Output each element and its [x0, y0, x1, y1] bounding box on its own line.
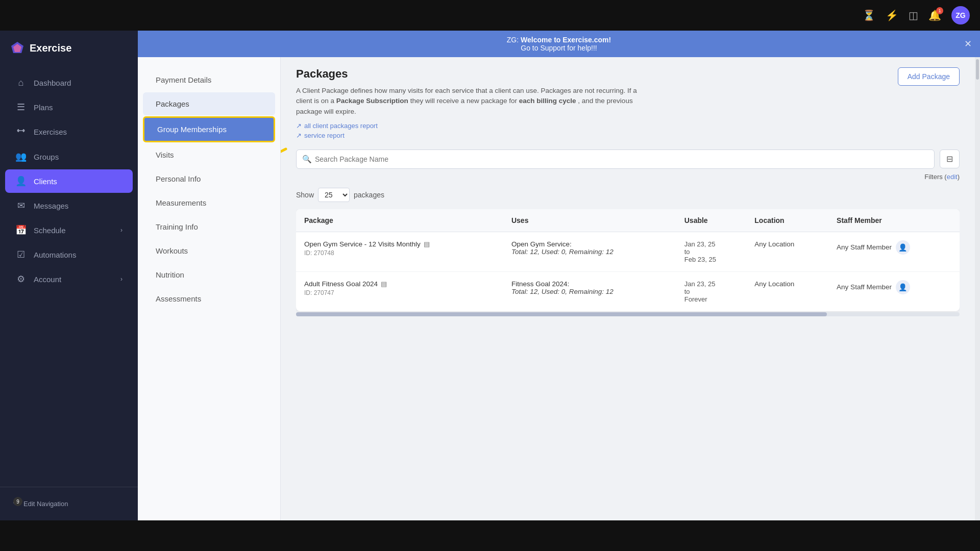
edit-nav-badge-wrapper: ✎ 9: [13, 500, 18, 508]
sidebar-label-plans: Plans: [34, 103, 53, 112]
sidebar-nav: ⌂ Dashboard ☰ Plans Exercises 👥: [0, 65, 138, 487]
packages-table: Package Uses Usable Location Staff Membe…: [296, 209, 960, 311]
search-input[interactable]: [296, 149, 935, 169]
sidebar-item-groups[interactable]: 👥 Groups: [5, 145, 133, 168]
sub-sidebar-assessments[interactable]: Assessments: [143, 287, 275, 310]
pkg-icon-1: ▤: [424, 240, 430, 248]
schedule-arrow-icon: ›: [120, 227, 122, 234]
home-icon: ⌂: [15, 78, 27, 88]
show-row: Show 25 10 50 100 packages: [296, 188, 960, 202]
add-package-button[interactable]: Add Package: [898, 67, 960, 86]
sidebar-label-exercises: Exercises: [34, 128, 67, 136]
sidebar-item-account[interactable]: ⚙ Account ›: [5, 267, 133, 291]
sub-sidebar-personal-info[interactable]: Personal Info: [143, 167, 275, 190]
service-report-link[interactable]: ↗ service report: [296, 132, 653, 139]
edit-navigation-button[interactable]: ✎ 9 Edit Navigation: [5, 495, 133, 513]
staff-cell-1: Any Staff Member 👤: [828, 232, 960, 271]
sidebar-item-schedule[interactable]: 📅 Schedule ›: [5, 218, 133, 242]
grid-icon[interactable]: ◫: [909, 9, 918, 21]
table-scroll-wrapper: Package Uses Usable Location Staff Membe…: [296, 209, 960, 316]
pkg-cell-2: Adult Fitness Goal 2024 ▤ ID: 270747: [296, 271, 503, 311]
pkg-cell-1: Open Gym Service - 12 Visits Monthly ▤ I…: [296, 232, 503, 271]
search-icon: 🔍: [302, 155, 312, 164]
account-arrow-icon: ›: [120, 276, 122, 283]
sub-sidebar-nutrition[interactable]: Nutrition: [143, 263, 275, 286]
sidebar-item-dashboard[interactable]: ⌂ Dashboard: [5, 71, 133, 94]
sidebar-item-clients[interactable]: 👤 Clients: [5, 169, 133, 193]
search-wrapper: 🔍: [296, 149, 935, 169]
uses-detail-1: Total: 12, Used: 0, Remaining: 12: [511, 248, 668, 256]
usable-cell-2: Jan 23, 25 to Forever: [676, 271, 747, 311]
groups-icon: 👥: [15, 151, 27, 162]
panel-links: ↗ all client packages report ↗ service r…: [296, 122, 653, 139]
sub-sidebar-payment-details[interactable]: Payment Details: [143, 68, 275, 91]
sidebar-label-account: Account: [34, 275, 61, 284]
col-location: Location: [746, 209, 828, 232]
filter-button[interactable]: ⊟: [940, 149, 960, 168]
sidebar-label-messages: Messages: [34, 202, 68, 210]
uses-service-1: Open Gym Service:: [511, 240, 668, 248]
col-staff: Staff Member: [828, 209, 960, 232]
pkg-name-1: Open Gym Service - 12 Visits Monthly ▤: [304, 240, 495, 248]
filters-row: Filters (edit): [296, 173, 960, 181]
sub-sidebar-group-memberships[interactable]: Group Memberships: [143, 116, 275, 142]
filter-icon: ⊟: [946, 155, 953, 163]
notification-badge: 1: [936, 7, 943, 14]
date-range-1: Jan 23, 25 to Feb 23, 25: [684, 240, 739, 263]
lightning-icon[interactable]: ⚡: [886, 9, 898, 21]
sidebar-item-messages[interactable]: ✉ Messages: [5, 194, 133, 217]
sidebar-label-clients: Clients: [34, 177, 57, 186]
vertical-scrollbar[interactable]: [975, 57, 980, 520]
banner-close-button[interactable]: ✕: [964, 38, 972, 49]
sidebar-label-groups: Groups: [34, 153, 59, 161]
history-icon[interactable]: ⏳: [863, 9, 875, 21]
sub-sidebar-workouts[interactable]: Workouts: [143, 239, 275, 262]
sidebar-item-automations[interactable]: ☑ Automations: [5, 243, 133, 266]
sub-sidebar-packages[interactable]: Packages: [143, 92, 275, 115]
topbar-icons: ⏳ ⚡ ◫ 🔔 1 ZG: [863, 6, 970, 24]
sidebar-item-plans[interactable]: ☰ Plans: [5, 95, 133, 119]
panel-description: A Client Package defines how many visits…: [296, 86, 653, 117]
edit-nav-label: Edit Navigation: [23, 500, 68, 508]
show-count-select[interactable]: 25 10 50 100: [318, 188, 350, 202]
table-scrollbar[interactable]: [296, 312, 960, 316]
messages-icon: ✉: [15, 200, 27, 211]
sub-sidebar-visits[interactable]: Visits: [143, 143, 275, 166]
sub-sidebar-training-info[interactable]: Training Info: [143, 215, 275, 238]
main-area: Exercise ⌂ Dashboard ☰ Plans Exerci: [0, 31, 980, 520]
account-icon: ⚙: [15, 273, 27, 285]
sub-sidebar: Payment Details Packages Group Membershi…: [138, 57, 281, 520]
sidebar-item-exercises[interactable]: Exercises: [5, 120, 133, 144]
usable-cell-1: Jan 23, 25 to Feb 23, 25: [676, 232, 747, 271]
main-panel: Packages A Client Package defines how ma…: [281, 57, 975, 520]
all-packages-link[interactable]: ↗ all client packages report: [296, 122, 653, 130]
desc-bold1: Package Subscription: [336, 97, 408, 105]
external-link-icon-2: ↗: [296, 132, 302, 139]
location-cell-1: Any Location: [746, 232, 828, 271]
sidebar-logo: Exercise: [0, 31, 138, 65]
uses-service-2: Fitness Goal 2024:: [511, 280, 668, 288]
col-usable: Usable: [676, 209, 747, 232]
avatar[interactable]: ZG: [951, 6, 970, 24]
announcement-banner: ZG: Welcome to Exercise.com! Go to Suppo…: [138, 31, 980, 57]
pkg-name-2: Adult Fitness Goal 2024 ▤: [304, 280, 495, 288]
plans-icon: ☰: [15, 102, 27, 113]
table-header-row: Package Uses Usable Location Staff Membe…: [296, 209, 960, 232]
sub-sidebar-measurements[interactable]: Measurements: [143, 191, 275, 214]
scrollbar-thumb: [976, 59, 979, 80]
filters-edit-link[interactable]: edit: [947, 173, 958, 181]
sidebar: Exercise ⌂ Dashboard ☰ Plans Exerci: [0, 31, 138, 520]
date-range-2: Jan 23, 25 to Forever: [684, 280, 739, 303]
table-scrollbar-thumb: [296, 312, 827, 316]
sidebar-bottom: ✎ 9 Edit Navigation: [0, 487, 138, 520]
table-row: Adult Fitness Goal 2024 ▤ ID: 270747 Fit…: [296, 271, 960, 311]
panel-title: Packages: [296, 67, 653, 81]
staff-icon-2: 👤: [896, 280, 910, 294]
bottom-bar: [0, 520, 980, 551]
location-cell-2: Any Location: [746, 271, 828, 311]
notification-wrapper[interactable]: 🔔 1: [928, 9, 941, 21]
show-label: Show: [296, 191, 314, 199]
top-bar: ⏳ ⚡ ◫ 🔔 1 ZG: [0, 0, 980, 31]
uses-cell-2: Fitness Goal 2024: Total: 12, Used: 0, R…: [503, 271, 676, 311]
table-row: Open Gym Service - 12 Visits Monthly ▤ I…: [296, 232, 960, 271]
